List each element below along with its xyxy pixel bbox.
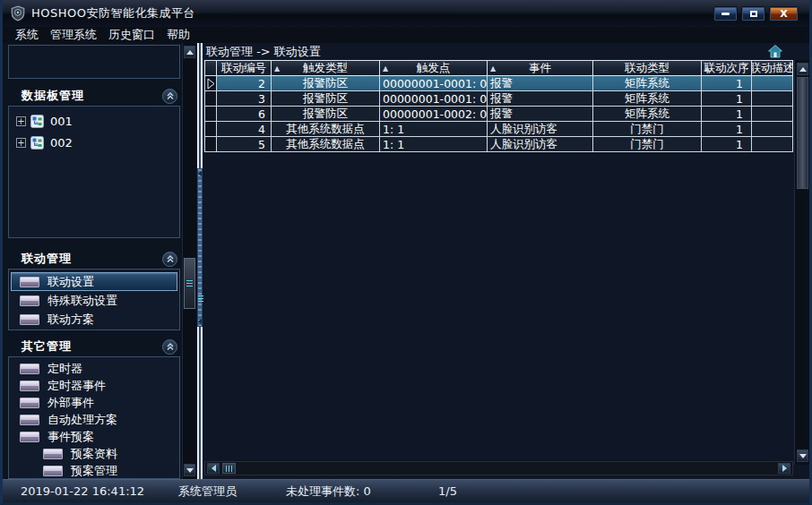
panel-title: 其它管理	[22, 338, 72, 355]
status-pending-events: 未处理事件数: 0	[286, 480, 371, 502]
scroll-up-button[interactable]	[797, 63, 808, 75]
table-header: 联动编号 ▲ 触发类型 ▲ 触发点 ▲ 事件	[204, 60, 793, 76]
column-header-linkage-desc[interactable]: 联动描述	[752, 60, 793, 76]
row-marker[interactable]	[204, 122, 217, 137]
column-header-linkage-order[interactable]: ▲ 联动次序	[702, 60, 752, 76]
column-header-label: 触发类型	[303, 61, 348, 76]
maximize-icon	[750, 11, 757, 17]
arrow-down-icon	[799, 454, 807, 458]
cell-trigger-point: 00000001-0001: 001	[380, 76, 488, 91]
collapse-left-icon	[198, 319, 202, 324]
cell-linkage-desc	[752, 122, 793, 137]
scroll-left-button[interactable]	[207, 463, 220, 474]
scrollbar-thumb[interactable]	[797, 77, 808, 189]
column-header-id[interactable]: 联动编号	[217, 60, 272, 76]
grip-icon	[226, 466, 233, 472]
table-row[interactable]: 3 报警防区 00000001-0001: 001 报警 矩阵系统 1	[204, 91, 793, 107]
current-row-icon	[207, 78, 215, 90]
expand-icon[interactable]: +	[16, 138, 26, 148]
scroll-right-button[interactable]	[778, 463, 790, 474]
panel-icon	[20, 364, 39, 374]
menu-item-management[interactable]: 管理系统	[48, 27, 99, 43]
scroll-down-button[interactable]	[184, 464, 195, 476]
cell-trigger-point: 00000001-0001: 001	[380, 91, 488, 107]
minimize-button[interactable]	[713, 6, 738, 21]
splitter-handle[interactable]	[197, 168, 203, 327]
table-hscrollbar[interactable]	[204, 461, 793, 475]
databoard-icon	[30, 115, 44, 128]
cell-linkage-type: 矩阵系统	[593, 107, 702, 122]
scroll-down-button[interactable]	[797, 449, 808, 462]
grip-icon	[186, 280, 193, 287]
column-header-marker[interactable]	[204, 60, 217, 76]
cell-linkage-type: 门禁门	[593, 122, 702, 137]
cell-linkage-desc	[752, 107, 793, 122]
table-row[interactable]: 5 其他系统数据点 1: 1 人脸识别访客 门禁门 1	[204, 137, 793, 152]
tree-item-002[interactable]: + 002	[9, 132, 179, 153]
column-header-linkage-type[interactable]: 联动类型	[593, 60, 702, 76]
close-button[interactable]: X	[769, 6, 799, 21]
scrollbar-thumb[interactable]	[222, 463, 236, 474]
panel-icon	[43, 449, 63, 459]
row-marker[interactable]	[204, 107, 217, 122]
sidebar-item-auto-plan[interactable]: 自动处理方案	[11, 411, 177, 428]
cell-linkage-id: 6	[217, 107, 272, 122]
table-row[interactable]: 4 其他系统数据点 1: 1 人脸识别访客 门禁门 1	[204, 122, 793, 137]
cell-trigger-point: 1: 1	[380, 137, 488, 152]
table-row[interactable]: 6 报警防区 00000001-0002: 002 报警 矩阵系统 1	[204, 107, 793, 122]
collapse-button[interactable]	[162, 339, 177, 355]
sidebar-item-special-linkage[interactable]: 特殊联动设置	[11, 291, 177, 310]
collapse-button[interactable]	[162, 252, 177, 267]
collapse-button[interactable]	[162, 89, 177, 104]
maximize-button[interactable]	[741, 6, 765, 21]
panel-header-databoard[interactable]: 数据板管理	[8, 86, 180, 106]
scrollbar-thumb[interactable]	[184, 258, 195, 309]
cell-linkage-desc	[752, 137, 793, 152]
column-header-label: 事件	[529, 61, 551, 76]
row-marker[interactable]	[204, 137, 217, 152]
menu-item-system[interactable]: 系统	[13, 27, 40, 43]
cell-event: 报警	[488, 76, 593, 91]
sort-icon: ▲	[490, 64, 496, 73]
cell-linkage-desc	[752, 76, 793, 91]
cell-event: 报警	[488, 107, 593, 122]
sidebar-item-linkage-settings[interactable]: 联动设置	[11, 272, 177, 291]
cell-event: 人脸识别访客	[488, 122, 593, 137]
table-row[interactable]: 2 报警防区 00000001-0001: 001 报警 矩阵系统 1	[204, 76, 793, 91]
panel-header-linkage[interactable]: 联动管理	[8, 249, 180, 269]
chevron-up-icon	[166, 254, 175, 263]
panel-header-other[interactable]: 其它管理	[8, 337, 180, 356]
menu-item-history[interactable]: 历史窗口	[107, 27, 157, 43]
sidebar-item-event-plan[interactable]: 事件预案	[11, 428, 177, 445]
row-marker[interactable]	[204, 76, 217, 91]
row-marker[interactable]	[204, 91, 217, 107]
column-header-event[interactable]: ▲ 事件	[488, 60, 593, 76]
column-header-trigger-type[interactable]: ▲ 触发类型	[272, 60, 380, 76]
column-header-label: 联动编号	[221, 61, 266, 76]
expand-icon[interactable]: +	[16, 116, 26, 126]
tree-item-001[interactable]: + 001	[9, 110, 179, 132]
collapse-left-icon	[198, 171, 202, 176]
menu-item-help[interactable]: 帮助	[165, 27, 192, 43]
cell-trigger-type: 其他系统数据点	[272, 137, 380, 152]
cell-trigger-type: 报警防区	[272, 107, 380, 122]
scroll-up-button[interactable]	[184, 46, 195, 58]
sidebar-item-plan-data[interactable]: 预案资料	[11, 445, 177, 462]
sidebar-item-external-event[interactable]: 外部事件	[11, 394, 177, 411]
panel-icon	[20, 415, 39, 425]
sidebar: 数据板管理 + 001 + 002	[3, 43, 182, 479]
tree-item-label: 001	[50, 115, 73, 128]
sidebar-item-timer[interactable]: 定时器	[11, 360, 177, 377]
column-header-trigger-point[interactable]: ▲ 触发点	[380, 60, 488, 76]
table-vscrollbar[interactable]	[794, 60, 809, 465]
sidebar-item-timer-event[interactable]: 定时器事件	[11, 377, 177, 394]
tree-item-label: 002	[50, 136, 73, 150]
top-panel-placeholder	[8, 45, 180, 79]
sidebar-item-plan-management[interactable]: 预案管理	[11, 462, 177, 479]
sidebar-item-linkage-plan[interactable]: 联动方案	[11, 310, 177, 329]
home-icon[interactable]	[768, 45, 782, 58]
splitter[interactable]	[196, 43, 203, 479]
sidebar-scrollbar[interactable]	[182, 43, 196, 479]
chevron-up-icon	[166, 91, 175, 100]
cell-trigger-type: 报警防区	[272, 76, 380, 91]
